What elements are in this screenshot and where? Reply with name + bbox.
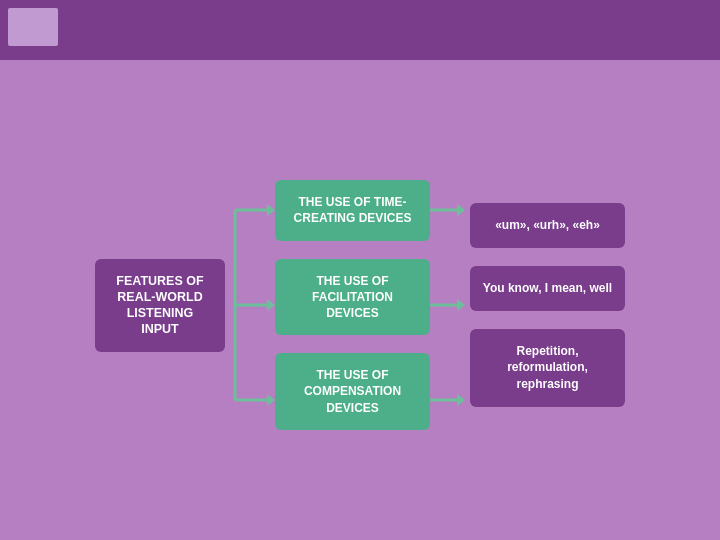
center-box-3: THE USE OF COMPENSATION DEVICES [275,353,430,430]
center-box-2-label: THE USE OF FACILITATION DEVICES [312,274,393,320]
center-box-1: THE USE OF TIME- CREATING DEVICES [275,180,430,240]
center-box-3-label: THE USE OF COMPENSATION DEVICES [304,368,401,414]
center-column: THE USE OF TIME- CREATING DEVICES THE US… [275,180,430,430]
branch-arrow [225,160,275,450]
svg-marker-5 [267,299,275,311]
right-box-3-label: Repetition, reformulation, rephrasing [507,344,588,392]
svg-marker-6 [267,394,275,406]
accent-rectangle [8,8,58,46]
right-box-1-label: «um», «urh», «eh» [495,218,600,232]
right-box-1: «um», «urh», «eh» [470,203,625,248]
center-box-2: THE USE OF FACILITATION DEVICES [275,259,430,336]
right-box-3: Repetition, reformulation, rephrasing [470,329,625,407]
diagram: FEATURES OF REAL-WORLD LISTENING INPUT T… [95,160,625,450]
mid-arrows [430,160,470,450]
svg-marker-8 [457,204,465,216]
center-box-1-label: THE USE OF TIME- CREATING DEVICES [294,195,412,225]
svg-marker-4 [267,204,275,216]
right-column: «um», «urh», «eh» You know, I mean, well… [470,203,625,407]
svg-marker-10 [457,299,465,311]
right-box-2: You know, I mean, well [470,266,625,311]
svg-marker-12 [457,394,465,406]
main-content: FEATURES OF REAL-WORLD LISTENING INPUT T… [0,70,720,540]
top-bar [0,0,720,60]
right-box-2-label: You know, I mean, well [483,281,612,295]
left-box-label: FEATURES OF REAL-WORLD LISTENING INPUT [116,274,203,337]
left-features-box: FEATURES OF REAL-WORLD LISTENING INPUT [95,259,225,352]
